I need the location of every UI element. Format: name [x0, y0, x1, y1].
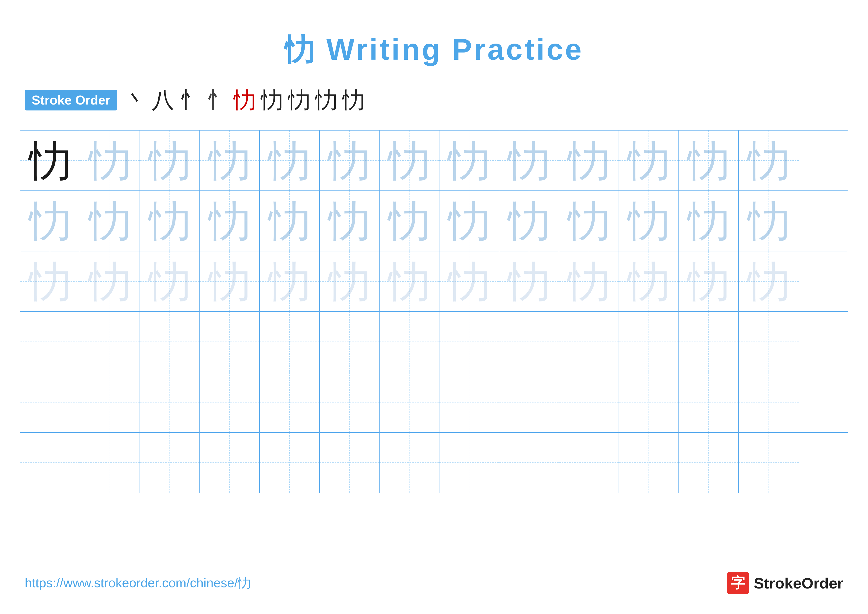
grid-cell-empty[interactable]: [320, 433, 380, 493]
grid-cell: 忇: [499, 252, 559, 311]
stroke-step-1: 丶: [125, 85, 147, 115]
grid-cell: 忇: [200, 191, 260, 251]
grid-cell: 忇: [439, 191, 499, 251]
practice-char-light: 忇: [508, 200, 550, 242]
grid-cell: 忇: [739, 131, 799, 190]
grid-cell-empty[interactable]: [20, 312, 80, 372]
grid-cell: 忇: [260, 131, 320, 190]
practice-char-light: 忇: [628, 200, 670, 242]
grid-cell-empty[interactable]: [140, 433, 200, 493]
grid-cell-empty[interactable]: [260, 312, 320, 372]
grid-cell-empty[interactable]: [619, 372, 679, 432]
grid-row-1: 忇 忇 忇 忇 忇 忇 忇 忇 忇 忇 忇 忇: [20, 131, 848, 191]
grid-cell-empty[interactable]: [739, 433, 799, 493]
practice-char-lighter: 忇: [748, 260, 790, 302]
logo-icon: 字: [727, 572, 749, 594]
grid-cell: 忇: [140, 252, 200, 311]
practice-char-light: 忇: [748, 200, 790, 242]
grid-cell-empty[interactable]: [439, 433, 499, 493]
grid-cell-empty[interactable]: [260, 433, 320, 493]
grid-cell: 忇: [260, 252, 320, 311]
grid-cell-empty[interactable]: [499, 312, 559, 372]
grid-cell-empty[interactable]: [140, 372, 200, 432]
grid-cell-empty[interactable]: [439, 372, 499, 432]
practice-char-lighter: 忇: [329, 260, 370, 302]
grid-row-5: [20, 372, 848, 433]
grid-cell-empty[interactable]: [80, 312, 140, 372]
footer: https://www.strokeorder.com/chinese/忇 字 …: [0, 572, 868, 594]
grid-cell-empty[interactable]: [20, 433, 80, 493]
grid-cell-empty[interactable]: [80, 372, 140, 432]
grid-cell-empty[interactable]: [619, 433, 679, 493]
grid-cell: 忇: [559, 131, 619, 190]
grid-cell-empty[interactable]: [739, 312, 799, 372]
page-title: 忇 Writing Practice: [0, 0, 868, 70]
grid-cell: 忇: [619, 191, 679, 251]
practice-char-lighter: 忇: [448, 260, 490, 302]
grid-cell: 忇: [20, 252, 80, 311]
grid-cell-empty[interactable]: [380, 312, 439, 372]
grid-cell-empty[interactable]: [20, 372, 80, 432]
grid-cell-empty[interactable]: [439, 312, 499, 372]
grid-cell-empty[interactable]: [80, 433, 140, 493]
practice-char-dark: 忇: [29, 140, 71, 182]
footer-logo: 字 StrokeOrder: [727, 572, 843, 594]
practice-char-light: 忇: [329, 140, 370, 182]
practice-char-light: 忇: [748, 140, 790, 182]
practice-char-light: 忇: [388, 200, 430, 242]
grid-cell: 忇: [619, 131, 679, 190]
grid-cell-empty[interactable]: [679, 433, 739, 493]
practice-char-lighter: 忇: [268, 260, 310, 302]
grid-cell-empty[interactable]: [200, 433, 260, 493]
grid-cell-empty[interactable]: [619, 312, 679, 372]
grid-cell-empty[interactable]: [200, 312, 260, 372]
grid-cell: 忇: [380, 252, 439, 311]
practice-char-light: 忇: [268, 140, 310, 182]
grid-cell-empty[interactable]: [320, 372, 380, 432]
logo-symbol: 字: [731, 574, 745, 593]
grid-cell-empty[interactable]: [679, 312, 739, 372]
grid-cell: 忇: [439, 131, 499, 190]
grid-cell: 忇: [80, 252, 140, 311]
grid-cell-empty[interactable]: [559, 312, 619, 372]
stroke-step-6: 忇: [261, 85, 283, 115]
grid-cell: 忇: [559, 252, 619, 311]
logo-text: StrokeOrder: [754, 574, 843, 592]
grid-cell-empty[interactable]: [260, 372, 320, 432]
stroke-order-row: Stroke Order 丶 八 忄 忄 忇 忇 忇 忇 忇: [0, 70, 868, 125]
footer-url[interactable]: https://www.strokeorder.com/chinese/忇: [25, 574, 251, 592]
practice-char-lighter: 忇: [508, 260, 550, 302]
grid-cell-empty[interactable]: [320, 312, 380, 372]
grid-cell-empty[interactable]: [559, 372, 619, 432]
grid-cell-empty[interactable]: [380, 372, 439, 432]
grid-cell-empty[interactable]: [559, 433, 619, 493]
grid-cell-empty[interactable]: [380, 433, 439, 493]
practice-char-lighter: 忇: [388, 260, 430, 302]
grid-cell: 忇: [739, 252, 799, 311]
practice-char-light: 忇: [209, 200, 251, 242]
grid-cell-empty[interactable]: [679, 372, 739, 432]
grid-cell-empty[interactable]: [739, 372, 799, 432]
grid-cell: 忇: [380, 131, 439, 190]
practice-char-light: 忇: [448, 140, 490, 182]
grid-cell: 忇: [559, 191, 619, 251]
stroke-step-4: 忄: [206, 85, 229, 115]
practice-char-light: 忇: [89, 140, 131, 182]
grid-cell-empty[interactable]: [140, 312, 200, 372]
practice-char-light: 忇: [149, 200, 191, 242]
grid-cell: 忇: [320, 191, 380, 251]
grid-cell: 忇: [739, 191, 799, 251]
grid-cell-empty[interactable]: [499, 433, 559, 493]
practice-char-light: 忇: [268, 200, 310, 242]
grid-row-3: 忇 忇 忇 忇 忇 忇 忇 忇 忇 忇 忇 忇: [20, 252, 848, 312]
practice-char-light: 忇: [568, 140, 610, 182]
practice-char-light: 忇: [329, 200, 370, 242]
practice-char-light: 忇: [688, 140, 730, 182]
grid-cell-empty[interactable]: [499, 372, 559, 432]
grid-cell-empty[interactable]: [200, 372, 260, 432]
grid-cell: 忇: [679, 131, 739, 190]
grid-row-4: [20, 312, 848, 372]
grid-cell: 忇: [499, 191, 559, 251]
practice-char-light: 忇: [508, 140, 550, 182]
grid-cell: 忇: [619, 252, 679, 311]
